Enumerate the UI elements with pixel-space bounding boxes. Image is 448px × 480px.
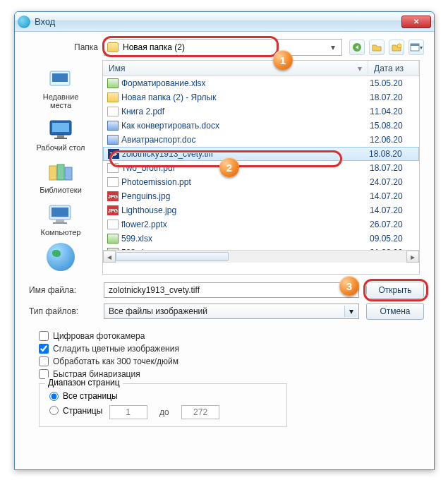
file-row[interactable]: Книга 2.pdf11.04.20 xyxy=(103,104,419,119)
view-mode-icon[interactable]: ▾ xyxy=(408,40,424,55)
place-desktop[interactable]: Рабочий стол xyxy=(27,115,95,156)
file-name: Авиатранспорт.doc xyxy=(121,135,370,145)
file-date: 15.05.20 xyxy=(370,78,415,88)
cancel-button[interactable]: Отмена xyxy=(366,303,424,320)
group-title: Диапазон страниц xyxy=(45,378,123,388)
file-row[interactable]: JPGPenguins.jpg14.07.20 xyxy=(103,189,419,203)
filename-label: Имя файла: xyxy=(25,285,104,295)
page-from-input[interactable] xyxy=(109,405,147,419)
file-list: Имя▾ Дата из Форматирование.xlsx15.05.20… xyxy=(102,60,420,275)
file-name: 599.xls xyxy=(121,248,370,250)
file-date: 11.04.20 xyxy=(370,107,415,116)
folder-dropdown[interactable]: Новая папка (2) ▾ xyxy=(104,39,342,56)
doc-file-icon xyxy=(107,135,119,145)
place-computer[interactable]: Компьютер xyxy=(27,200,95,241)
svg-rect-7 xyxy=(52,123,69,132)
place-network[interactable] xyxy=(27,242,95,275)
radio-all-pages[interactable]: Все страницы xyxy=(49,391,278,401)
file-date: 26.07.20 xyxy=(370,220,415,229)
filter-label: Тип файлов: xyxy=(25,306,104,316)
file-row[interactable]: Форматирование.xlsx15.05.20 xyxy=(103,76,419,90)
up-icon[interactable] xyxy=(369,40,385,55)
file-row[interactable]: TIFzolotnicky1913_cvety.tiff18.08.20 xyxy=(103,147,419,161)
file-date: 18.08.20 xyxy=(369,149,414,159)
scroll-right-icon[interactable]: ▸ xyxy=(406,251,419,263)
file-name: Книга 2.pdf xyxy=(121,107,370,116)
page-range-group: Диапазон страниц Все страницы Страницы д… xyxy=(39,383,287,427)
file-date: 14.07.20 xyxy=(370,205,415,215)
file-name: flower2.pptx xyxy=(121,220,370,229)
svg-rect-3 xyxy=(411,44,419,46)
file-row[interactable]: Photoemission.ppt24.07.20 xyxy=(103,175,419,189)
pdf-file-icon xyxy=(107,163,119,173)
scroll-left-icon[interactable]: ◂ xyxy=(103,251,116,263)
titlebar[interactable]: Вход ✕ xyxy=(15,12,434,32)
horizontal-scrollbar[interactable]: ◂ ▸ xyxy=(103,250,419,263)
filename-input[interactable] xyxy=(104,282,359,298)
svg-rect-8 xyxy=(57,135,64,138)
chevron-down-icon: ▾ xyxy=(344,306,357,317)
jpg-file-icon: JPG xyxy=(107,191,119,201)
place-recent[interactable]: Недавние места xyxy=(27,64,95,114)
file-name: 599.xlsx xyxy=(121,234,370,244)
svg-rect-10 xyxy=(49,166,56,180)
ppt-file-icon xyxy=(107,177,119,187)
svg-rect-12 xyxy=(65,167,72,180)
file-date: 12.06.20 xyxy=(370,135,415,145)
file-name: Two_broth.pdf xyxy=(121,163,370,173)
xls-file-icon xyxy=(107,248,119,250)
file-name: Форматирование.xlsx xyxy=(121,78,370,88)
toolbar-icons: ▾ xyxy=(349,40,424,55)
option-process-300dpi[interactable]: Обработать как 300 точек/дюйм xyxy=(39,356,424,366)
jpg-file-icon: JPG xyxy=(107,205,119,215)
file-date: 01.06.20 xyxy=(370,248,415,250)
to-label: до xyxy=(159,407,169,417)
xls-file-icon xyxy=(107,234,119,244)
file-row[interactable]: Как конвертировать.docx15.08.20 xyxy=(103,119,419,133)
file-row[interactable]: flower2.pptx26.07.20 xyxy=(103,217,419,232)
svg-rect-11 xyxy=(57,164,64,180)
option-digital-camera[interactable]: Цифровая фотокамера xyxy=(39,331,424,341)
new-folder-icon[interactable] xyxy=(389,40,404,55)
pdf-file-icon xyxy=(107,107,119,116)
file-date: 15.08.20 xyxy=(370,121,415,131)
svg-rect-15 xyxy=(56,220,64,222)
file-name: Как конвертировать.docx xyxy=(121,121,370,131)
file-name: Penguins.jpg xyxy=(121,191,370,201)
svg-rect-5 xyxy=(52,73,68,82)
file-row[interactable]: Two_broth.pdf18.07.20 xyxy=(103,161,419,175)
file-date: 18.07.20 xyxy=(370,92,415,102)
radio-pages-range[interactable]: Страницы xyxy=(49,406,102,416)
scroll-thumb[interactable] xyxy=(116,252,229,261)
file-name: Lighthouse.jpg xyxy=(121,205,370,215)
column-name[interactable]: Имя▾ xyxy=(103,61,368,76)
xls-file-icon xyxy=(107,78,119,88)
chevron-down-icon: ▾ xyxy=(327,42,339,52)
tif-file-icon: TIF xyxy=(108,149,119,159)
file-row[interactable]: Новая папка (2) - Ярлык18.07.20 xyxy=(103,90,419,104)
column-date[interactable]: Дата из xyxy=(368,61,419,76)
filter-dropdown[interactable]: Все файлы изображений ▾ xyxy=(104,304,359,319)
file-row[interactable]: 599.xlsx09.05.20 xyxy=(103,232,419,246)
file-name: Новая папка (2) - Ярлык xyxy=(121,92,370,102)
file-date: 09.05.20 xyxy=(370,234,415,244)
file-name: Photoemission.ppt xyxy=(121,177,370,187)
file-date: 24.07.20 xyxy=(370,177,415,187)
svg-rect-16 xyxy=(53,222,67,224)
close-button[interactable]: ✕ xyxy=(401,16,431,28)
places-sidebar: Недавние места Рабочий стол Библиотеки К… xyxy=(25,60,97,275)
file-row[interactable]: 599.xls01.06.20 xyxy=(103,246,419,250)
option-smooth-color[interactable]: Сгладить цветные изображения xyxy=(39,344,424,354)
open-button[interactable]: Открыть xyxy=(366,282,424,299)
file-name: zolotnicky1913_cvety.tiff xyxy=(122,149,369,159)
place-libraries[interactable]: Библиотеки xyxy=(27,157,95,198)
globe-icon xyxy=(47,243,75,271)
folder-label: Папка xyxy=(25,42,104,52)
svg-rect-14 xyxy=(52,208,68,217)
back-icon[interactable] xyxy=(349,40,365,55)
folder-name: Новая папка (2) xyxy=(123,42,185,52)
page-to-input[interactable] xyxy=(181,405,219,419)
doc-file-icon xyxy=(107,121,119,131)
file-row[interactable]: JPGLighthouse.jpg14.07.20 xyxy=(103,203,419,217)
file-row[interactable]: Авиатранспорт.doc12.06.20 xyxy=(103,133,419,147)
